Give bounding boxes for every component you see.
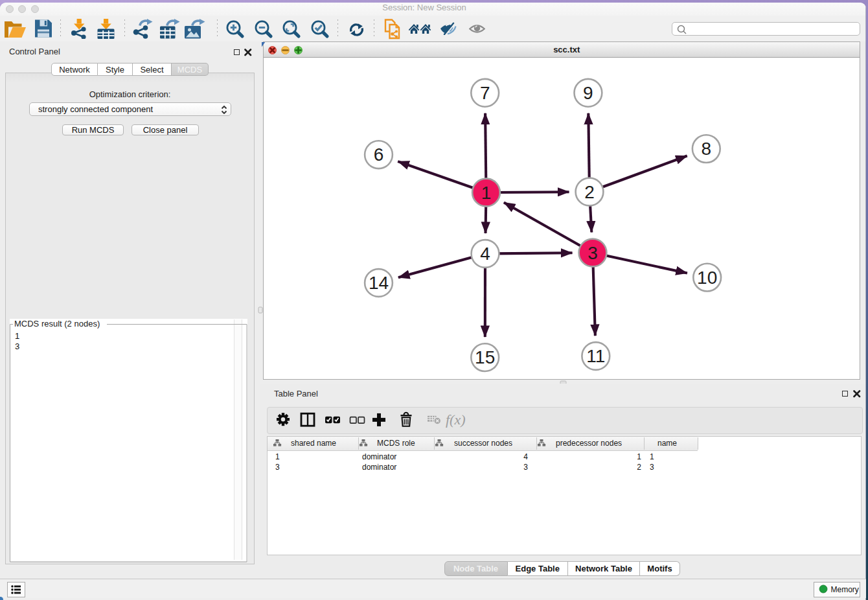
svg-text:11: 11 [586, 346, 605, 366]
svg-text:7: 7 [480, 83, 490, 103]
svg-text:1: 1 [481, 183, 492, 203]
svg-text:f(x): f(x) [446, 411, 466, 428]
svg-text:15: 15 [475, 347, 495, 367]
svg-text:4: 4 [480, 244, 490, 264]
svg-text:6: 6 [374, 144, 384, 165]
svg-text:10: 10 [697, 268, 717, 288]
svg-text:2: 2 [584, 182, 595, 202]
svg-text:9: 9 [583, 83, 593, 103]
svg-text:14: 14 [369, 273, 389, 293]
svg-text:8: 8 [702, 139, 712, 159]
svg-text:3: 3 [588, 243, 598, 263]
